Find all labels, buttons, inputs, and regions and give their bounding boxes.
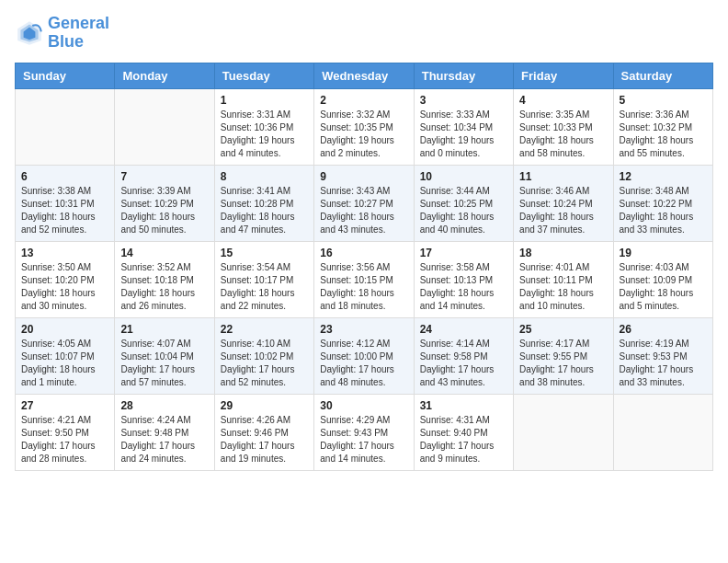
calendar-cell: 24Sunrise: 4:14 AM Sunset: 9:58 PM Dayli… bbox=[414, 317, 513, 394]
calendar-header-row: SundayMondayTuesdayWednesdayThursdayFrid… bbox=[16, 63, 713, 88]
calendar-cell: 18Sunrise: 4:01 AM Sunset: 10:11 PM Dayl… bbox=[514, 241, 613, 317]
calendar-cell: 16Sunrise: 3:56 AM Sunset: 10:15 PM Dayl… bbox=[314, 241, 414, 317]
day-info: Sunrise: 3:56 AM Sunset: 10:15 PM Daylig… bbox=[320, 261, 407, 313]
day-number: 19 bbox=[620, 247, 707, 259]
day-info: Sunrise: 3:43 AM Sunset: 10:27 PM Daylig… bbox=[320, 185, 407, 236]
weekday-header-friday: Friday bbox=[514, 63, 613, 88]
day-number: 23 bbox=[320, 323, 407, 336]
day-number: 3 bbox=[420, 94, 507, 107]
calendar-week-3: 13Sunrise: 3:50 AM Sunset: 10:20 PM Dayl… bbox=[16, 241, 713, 317]
calendar-table: SundayMondayTuesdayWednesdayThursdayFrid… bbox=[15, 63, 713, 471]
calendar-cell: 22Sunrise: 4:10 AM Sunset: 10:02 PM Dayl… bbox=[214, 317, 313, 394]
day-info: Sunrise: 4:14 AM Sunset: 9:58 PM Dayligh… bbox=[420, 338, 507, 389]
logo-icon bbox=[15, 18, 44, 48]
calendar-cell: 7Sunrise: 3:39 AM Sunset: 10:29 PM Dayli… bbox=[115, 165, 214, 241]
day-number: 24 bbox=[420, 323, 507, 336]
day-info: Sunrise: 3:54 AM Sunset: 10:17 PM Daylig… bbox=[221, 261, 308, 313]
day-info: Sunrise: 4:10 AM Sunset: 10:02 PM Daylig… bbox=[221, 338, 308, 389]
day-number: 20 bbox=[21, 323, 108, 336]
day-number: 5 bbox=[620, 94, 707, 107]
day-info: Sunrise: 3:52 AM Sunset: 10:18 PM Daylig… bbox=[120, 261, 208, 313]
logo: General Blue bbox=[15, 15, 109, 52]
calendar-cell: 8Sunrise: 3:41 AM Sunset: 10:28 PM Dayli… bbox=[214, 165, 313, 241]
calendar-cell: 30Sunrise: 4:29 AM Sunset: 9:43 PM Dayli… bbox=[314, 394, 414, 470]
calendar-cell: 9Sunrise: 3:43 AM Sunset: 10:27 PM Dayli… bbox=[314, 165, 414, 241]
calendar-cell: 27Sunrise: 4:21 AM Sunset: 9:50 PM Dayli… bbox=[16, 394, 115, 470]
day-number: 21 bbox=[120, 323, 208, 336]
day-info: Sunrise: 3:44 AM Sunset: 10:25 PM Daylig… bbox=[420, 185, 507, 236]
day-number: 16 bbox=[320, 247, 407, 259]
calendar-cell: 6Sunrise: 3:38 AM Sunset: 10:31 PM Dayli… bbox=[16, 165, 115, 241]
calendar-cell: 20Sunrise: 4:05 AM Sunset: 10:07 PM Dayl… bbox=[16, 317, 115, 394]
day-info: Sunrise: 3:41 AM Sunset: 10:28 PM Daylig… bbox=[221, 185, 308, 236]
day-info: Sunrise: 3:33 AM Sunset: 10:34 PM Daylig… bbox=[420, 109, 507, 160]
day-info: Sunrise: 4:05 AM Sunset: 10:07 PM Daylig… bbox=[21, 338, 108, 389]
calendar-cell: 26Sunrise: 4:19 AM Sunset: 9:53 PM Dayli… bbox=[613, 317, 712, 394]
calendar-week-5: 27Sunrise: 4:21 AM Sunset: 9:50 PM Dayli… bbox=[16, 394, 713, 470]
weekday-header-sunday: Sunday bbox=[16, 63, 115, 88]
day-number: 26 bbox=[620, 323, 707, 336]
calendar-cell: 28Sunrise: 4:24 AM Sunset: 9:48 PM Dayli… bbox=[115, 394, 214, 470]
day-info: Sunrise: 3:39 AM Sunset: 10:29 PM Daylig… bbox=[120, 185, 208, 236]
calendar-cell: 19Sunrise: 4:03 AM Sunset: 10:09 PM Dayl… bbox=[613, 241, 712, 317]
day-number: 11 bbox=[519, 170, 607, 183]
day-info: Sunrise: 4:12 AM Sunset: 10:00 PM Daylig… bbox=[320, 338, 407, 389]
calendar-cell: 1Sunrise: 3:31 AM Sunset: 10:36 PM Dayli… bbox=[214, 88, 313, 165]
day-info: Sunrise: 4:19 AM Sunset: 9:53 PM Dayligh… bbox=[620, 338, 707, 389]
calendar-cell: 4Sunrise: 3:35 AM Sunset: 10:33 PM Dayli… bbox=[514, 88, 613, 165]
day-info: Sunrise: 4:31 AM Sunset: 9:40 PM Dayligh… bbox=[420, 414, 507, 465]
calendar-cell: 5Sunrise: 3:36 AM Sunset: 10:32 PM Dayli… bbox=[613, 88, 712, 165]
day-number: 12 bbox=[620, 170, 707, 183]
day-info: Sunrise: 3:32 AM Sunset: 10:35 PM Daylig… bbox=[320, 109, 407, 160]
day-number: 18 bbox=[519, 247, 607, 259]
calendar-cell: 23Sunrise: 4:12 AM Sunset: 10:00 PM Dayl… bbox=[314, 317, 414, 394]
day-info: Sunrise: 3:58 AM Sunset: 10:13 PM Daylig… bbox=[420, 261, 507, 313]
calendar-cell: 21Sunrise: 4:07 AM Sunset: 10:04 PM Dayl… bbox=[115, 317, 214, 394]
calendar-cell: 25Sunrise: 4:17 AM Sunset: 9:55 PM Dayli… bbox=[514, 317, 613, 394]
day-number: 25 bbox=[519, 323, 607, 336]
day-info: Sunrise: 3:48 AM Sunset: 10:22 PM Daylig… bbox=[620, 185, 707, 236]
calendar-cell: 15Sunrise: 3:54 AM Sunset: 10:17 PM Dayl… bbox=[214, 241, 313, 317]
calendar-cell: 12Sunrise: 3:48 AM Sunset: 10:22 PM Dayl… bbox=[613, 165, 712, 241]
day-number: 14 bbox=[120, 247, 208, 259]
day-number: 13 bbox=[21, 247, 108, 259]
day-number: 2 bbox=[320, 94, 407, 107]
day-info: Sunrise: 3:50 AM Sunset: 10:20 PM Daylig… bbox=[21, 261, 108, 313]
calendar-week-2: 6Sunrise: 3:38 AM Sunset: 10:31 PM Dayli… bbox=[16, 165, 713, 241]
day-number: 22 bbox=[221, 323, 308, 336]
day-info: Sunrise: 3:36 AM Sunset: 10:32 PM Daylig… bbox=[620, 109, 707, 160]
day-info: Sunrise: 4:24 AM Sunset: 9:48 PM Dayligh… bbox=[120, 414, 208, 465]
day-number: 4 bbox=[519, 94, 607, 107]
logo-text: General Blue bbox=[48, 15, 109, 52]
calendar-cell: 11Sunrise: 3:46 AM Sunset: 10:24 PM Dayl… bbox=[514, 165, 613, 241]
calendar-cell: 29Sunrise: 4:26 AM Sunset: 9:46 PM Dayli… bbox=[214, 394, 313, 470]
calendar-cell: 31Sunrise: 4:31 AM Sunset: 9:40 PM Dayli… bbox=[414, 394, 513, 470]
day-number: 15 bbox=[221, 247, 308, 259]
day-info: Sunrise: 4:29 AM Sunset: 9:43 PM Dayligh… bbox=[320, 414, 407, 465]
day-info: Sunrise: 4:03 AM Sunset: 10:09 PM Daylig… bbox=[620, 261, 707, 313]
day-info: Sunrise: 3:35 AM Sunset: 10:33 PM Daylig… bbox=[519, 109, 607, 160]
day-number: 9 bbox=[320, 170, 407, 183]
calendar-cell: 14Sunrise: 3:52 AM Sunset: 10:18 PM Dayl… bbox=[115, 241, 214, 317]
weekday-header-thursday: Thursday bbox=[414, 63, 513, 88]
day-info: Sunrise: 3:31 AM Sunset: 10:36 PM Daylig… bbox=[221, 109, 308, 160]
day-number: 7 bbox=[120, 170, 208, 183]
calendar-cell bbox=[514, 394, 613, 470]
calendar-week-4: 20Sunrise: 4:05 AM Sunset: 10:07 PM Dayl… bbox=[16, 317, 713, 394]
calendar-cell: 13Sunrise: 3:50 AM Sunset: 10:20 PM Dayl… bbox=[16, 241, 115, 317]
day-number: 29 bbox=[221, 399, 308, 412]
calendar-cell bbox=[613, 394, 712, 470]
calendar-cell: 2Sunrise: 3:32 AM Sunset: 10:35 PM Dayli… bbox=[314, 88, 414, 165]
day-number: 30 bbox=[320, 399, 407, 412]
weekday-header-tuesday: Tuesday bbox=[214, 63, 313, 88]
day-number: 1 bbox=[221, 94, 308, 107]
weekday-header-saturday: Saturday bbox=[613, 63, 712, 88]
day-info: Sunrise: 4:21 AM Sunset: 9:50 PM Dayligh… bbox=[21, 414, 108, 465]
day-info: Sunrise: 3:38 AM Sunset: 10:31 PM Daylig… bbox=[21, 185, 108, 236]
day-info: Sunrise: 4:07 AM Sunset: 10:04 PM Daylig… bbox=[120, 338, 208, 389]
calendar-cell: 17Sunrise: 3:58 AM Sunset: 10:13 PM Dayl… bbox=[414, 241, 513, 317]
weekday-header-wednesday: Wednesday bbox=[314, 63, 414, 88]
day-info: Sunrise: 4:26 AM Sunset: 9:46 PM Dayligh… bbox=[221, 414, 308, 465]
calendar-cell: 10Sunrise: 3:44 AM Sunset: 10:25 PM Dayl… bbox=[414, 165, 513, 241]
day-number: 31 bbox=[420, 399, 507, 412]
